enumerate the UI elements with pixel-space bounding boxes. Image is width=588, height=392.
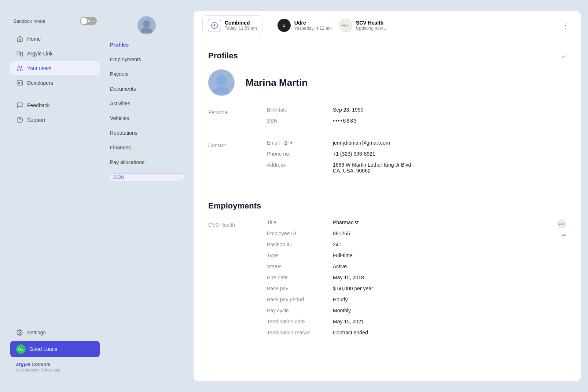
type-row: Type Full-time (267, 253, 566, 258)
personal-fields: Birthdate Sep 23, 1990 SSN ••••6683 (267, 107, 566, 129)
combined-label: Combined (225, 20, 257, 26)
middle-nav-label-payouts: Payouts (110, 71, 129, 77)
toggle-state: OFF (88, 19, 95, 23)
termination-reason-val: Contract ended (333, 330, 368, 335)
position-id-key: Position ID (267, 242, 326, 247)
middle-nav-employments[interactable]: Employments (104, 52, 189, 66)
status-key: Status (267, 264, 326, 269)
middle-nav-reputations[interactable]: Reputations (104, 126, 189, 140)
base-pay-period-val: Hourly (333, 297, 348, 302)
profiles-section-header: Profiles ⇌ (208, 51, 566, 61)
employee-id-key: Employee ID (267, 231, 326, 236)
employment-icons: ♥scv ⇌ (557, 219, 566, 238)
hire-date-val: May 15, 2018 (333, 275, 364, 280)
combined-source[interactable]: Combined Today, 11:59 am (202, 15, 262, 35)
sidebar-item-label-support: Support (27, 117, 45, 123)
sidebar-item-feedback[interactable]: Feedback (10, 98, 100, 112)
ssn-val: ••••6683 (333, 118, 357, 124)
udre-time: Yesterday, 4:12 am (294, 26, 332, 31)
profile-avatar (208, 69, 235, 96)
birthdate-key: Birthdate (267, 107, 326, 113)
address-line2: CA, USA, 90062 (333, 168, 371, 174)
sidebar-item-developers[interactable]: Developers (10, 76, 100, 90)
settings-label: Settings (27, 330, 46, 335)
title-val: Pharmacist (333, 219, 359, 225)
udre-name: Udre (294, 20, 332, 26)
status-row: Status Active (267, 264, 566, 269)
sidebar-item-argyle-link[interactable]: Argyle Link (10, 47, 100, 61)
address-line1: 1866 W Martin Luther King Jr Blvd (333, 162, 411, 168)
phone-row: Phone no. +1 (323) 396-8921 (267, 151, 566, 157)
sandbox-toggle-row: Sandbox mode OFF (7, 15, 103, 32)
support-icon (16, 116, 23, 124)
middle-nav-label-reputations: Reputations (110, 130, 137, 136)
top-bar-divider (270, 18, 270, 33)
personal-label: Personal (208, 109, 228, 115)
sidebar-item-label-users: Your users (27, 65, 51, 71)
scv-name: SCV Health (356, 20, 386, 26)
source-udre[interactable]: U Udre Yesterday, 4:12 am (278, 19, 332, 32)
sidebar-item-label-argyle-link: Argyle Link (27, 51, 52, 57)
console-label: Console (32, 362, 50, 367)
middle-nav-activities[interactable]: Activities (104, 97, 189, 110)
email-val: jenny.libman@gmail.com (333, 140, 390, 146)
argyle-logo: argyle Console (16, 362, 94, 367)
middle-nav-finances[interactable]: Finances (104, 141, 189, 155)
home-icon (16, 35, 23, 43)
email-count: 2 (283, 141, 289, 146)
feedback-icon (16, 102, 23, 109)
employment-section: CVS Health Title Pharmacist Employee ID … (208, 219, 566, 341)
json-badge[interactable]: JSON (109, 173, 185, 181)
pay-cycle-key: Pay cycle (267, 308, 326, 313)
middle-nav-pay-allocations[interactable]: Pay allocations (104, 155, 189, 169)
sidebar-item-settings[interactable]: Settings (10, 326, 100, 340)
source-scv[interactable]: ♥scv SCV Health Updating now... (339, 19, 386, 32)
sidebar-item-home[interactable]: Home (10, 32, 100, 46)
status-val: Active (333, 264, 347, 269)
svg-point-2 (18, 66, 20, 68)
user-badge[interactable]: GL Good Loans (10, 341, 100, 357)
employer-label: CVS Health (208, 222, 235, 228)
termination-reason-key: Termination reason (267, 330, 326, 335)
combined-info: Combined Today, 11:59 am (225, 20, 257, 31)
middle-nav-label-vehicles: Vehicles (110, 115, 129, 121)
middle-nav-vehicles[interactable]: Vehicles (104, 111, 189, 125)
sandbox-toggle[interactable]: OFF (80, 17, 97, 25)
user-badge-name: Good Loans (29, 346, 57, 352)
user-badge-initials: GL (18, 347, 23, 351)
sidebar-item-label-feedback: Feedback (27, 102, 49, 108)
employment-scv-badge: ♥scv (557, 219, 566, 228)
scv-logo: ♥scv (339, 19, 352, 32)
employment-edit-icon[interactable]: ⇌ (561, 231, 566, 238)
middle-nav-label-pay-allocations: Pay allocations (110, 159, 144, 165)
svg-line-7 (21, 83, 22, 84)
svg-line-8 (19, 82, 20, 84)
sidebar-item-support[interactable]: Support (10, 113, 100, 127)
toggle-knob (81, 18, 87, 24)
profiles-edit-icon[interactable]: ⇌ (561, 52, 566, 59)
base-pay-period-key: Base pay period (267, 297, 326, 302)
main-content: Combined Today, 11:59 am U Udre Yesterda… (194, 11, 581, 381)
middle-nav-documents[interactable]: Documents (104, 82, 189, 96)
employee-id-val: 881265 (333, 231, 350, 236)
profile-full-name: Marina Martin (246, 77, 308, 88)
dropdown-chevron-icon[interactable]: ▾ (290, 140, 293, 146)
argyle-footer: argyle Console Last updated 3 days ago (10, 359, 100, 374)
employments-title: Employments (208, 201, 566, 211)
middle-avatar-container (103, 16, 191, 35)
svg-point-11 (19, 332, 21, 334)
udre-avatar: U (278, 19, 291, 32)
email-key: Email 2 ▾ (267, 140, 326, 146)
sidebar-item-your-users[interactable]: Your users (10, 61, 100, 75)
middle-nav-profiles[interactable]: Profiles (104, 38, 189, 52)
link-icon (16, 50, 23, 57)
sandbox-label: Sandbox mode (13, 18, 45, 24)
phone-val: +1 (323) 396-8921 (333, 151, 375, 157)
base-pay-val: $ 50,000 per year (333, 286, 373, 291)
more-options-button[interactable]: ⋮ (559, 19, 572, 31)
base-pay-key: Base pay (267, 286, 326, 291)
developers-icon (16, 79, 23, 87)
middle-nav-payouts[interactable]: Payouts (104, 67, 189, 81)
phone-key: Phone no. (267, 151, 326, 157)
termination-date-val: May 15, 2021 (333, 319, 364, 324)
